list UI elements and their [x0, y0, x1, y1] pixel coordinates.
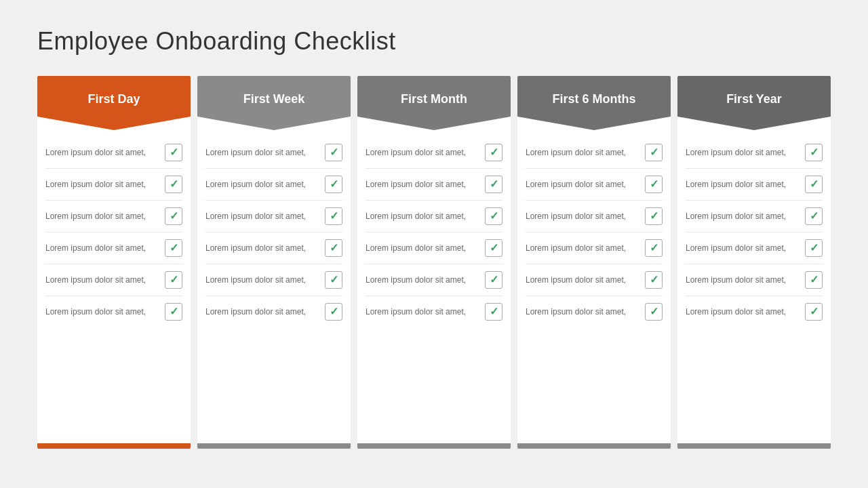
- checkbox[interactable]: ✓: [805, 303, 823, 321]
- item-text: Lorem ipsum dolor sit amet,: [686, 179, 800, 190]
- list-item: Lorem ipsum dolor sit amet,✓: [526, 169, 663, 201]
- checkbox[interactable]: ✓: [645, 303, 663, 321]
- item-text: Lorem ipsum dolor sit amet,: [686, 274, 800, 286]
- list-item: Lorem ipsum dolor sit amet,✓: [366, 137, 502, 169]
- checkbox[interactable]: ✓: [485, 176, 502, 193]
- checkbox[interactable]: ✓: [165, 144, 182, 161]
- checkbox[interactable]: ✓: [645, 207, 663, 225]
- checkmark-icon: ✓: [650, 306, 658, 317]
- checkbox[interactable]: ✓: [485, 303, 502, 321]
- item-text: Lorem ipsum dolor sit amet,: [366, 147, 479, 159]
- column-body-first-month: Lorem ipsum dolor sit amet,✓Lorem ipsum …: [357, 130, 511, 443]
- checkbox[interactable]: ✓: [485, 239, 502, 257]
- column-body-first-day: Lorem ipsum dolor sit amet,✓Lorem ipsum …: [37, 130, 191, 443]
- checkbox[interactable]: ✓: [165, 176, 182, 193]
- checkmark-icon: ✓: [810, 147, 818, 158]
- list-item: Lorem ipsum dolor sit amet,✓: [686, 232, 823, 264]
- item-text: Lorem ipsum dolor sit amet,: [45, 274, 159, 286]
- column-header-first-day: First Day: [37, 76, 191, 130]
- item-text: Lorem ipsum dolor sit amet,: [366, 179, 479, 190]
- page-title: Employee Onboarding Checklist: [37, 27, 831, 56]
- checkbox[interactable]: ✓: [165, 207, 182, 225]
- checkmark-icon: ✓: [650, 274, 658, 285]
- column-label-first-6-months: First 6 Months: [552, 92, 635, 114]
- checkbox[interactable]: ✓: [325, 207, 342, 225]
- checkmark-icon: ✓: [490, 306, 498, 317]
- list-item: Lorem ipsum dolor sit amet,✓: [366, 296, 502, 327]
- list-item: Lorem ipsum dolor sit amet,✓: [205, 296, 342, 327]
- checkmark-icon: ✓: [490, 147, 498, 158]
- checkmark-icon: ✓: [170, 274, 178, 285]
- list-item: Lorem ipsum dolor sit amet,✓: [205, 264, 342, 296]
- column-footer-first-year: [677, 443, 831, 449]
- item-text: Lorem ipsum dolor sit amet,: [366, 243, 479, 254]
- checkbox[interactable]: ✓: [325, 303, 342, 321]
- item-text: Lorem ipsum dolor sit amet,: [526, 274, 639, 286]
- list-item: Lorem ipsum dolor sit amet,✓: [45, 264, 182, 296]
- item-text: Lorem ipsum dolor sit amet,: [366, 306, 479, 318]
- list-item: Lorem ipsum dolor sit amet,✓: [45, 137, 182, 169]
- checkmark-icon: ✓: [650, 243, 658, 253]
- checkmark-icon: ✓: [330, 211, 338, 222]
- item-text: Lorem ipsum dolor sit amet,: [526, 306, 639, 318]
- item-text: Lorem ipsum dolor sit amet,: [205, 211, 319, 222]
- checkbox[interactable]: ✓: [325, 176, 342, 193]
- list-item: Lorem ipsum dolor sit amet,✓: [205, 169, 342, 201]
- checkmark-icon: ✓: [330, 179, 338, 190]
- item-text: Lorem ipsum dolor sit amet,: [366, 274, 479, 286]
- item-text: Lorem ipsum dolor sit amet,: [366, 211, 479, 222]
- checkbox[interactable]: ✓: [325, 271, 342, 289]
- checkbox[interactable]: ✓: [645, 271, 663, 289]
- checkbox[interactable]: ✓: [645, 176, 663, 193]
- checkbox[interactable]: ✓: [805, 144, 823, 161]
- checkbox[interactable]: ✓: [805, 239, 823, 257]
- checkbox[interactable]: ✓: [645, 144, 663, 161]
- item-text: Lorem ipsum dolor sit amet,: [686, 306, 800, 318]
- checkmark-icon: ✓: [330, 306, 338, 317]
- checkbox[interactable]: ✓: [325, 144, 342, 161]
- item-text: Lorem ipsum dolor sit amet,: [45, 179, 159, 190]
- checkbox[interactable]: ✓: [805, 271, 823, 289]
- checkbox[interactable]: ✓: [805, 207, 823, 225]
- checkbox[interactable]: ✓: [485, 144, 502, 161]
- checkbox[interactable]: ✓: [325, 239, 342, 257]
- item-text: Lorem ipsum dolor sit amet,: [526, 243, 639, 254]
- item-text: Lorem ipsum dolor sit amet,: [526, 179, 639, 190]
- checkbox[interactable]: ✓: [165, 239, 182, 257]
- item-text: Lorem ipsum dolor sit amet,: [45, 211, 159, 222]
- checkmark-icon: ✓: [810, 306, 818, 317]
- list-item: Lorem ipsum dolor sit amet,✓: [45, 201, 182, 232]
- list-item: Lorem ipsum dolor sit amet,✓: [526, 232, 663, 264]
- checkbox[interactable]: ✓: [645, 239, 663, 257]
- checkmark-icon: ✓: [170, 211, 178, 222]
- list-item: Lorem ipsum dolor sit amet,✓: [526, 137, 663, 169]
- checkbox[interactable]: ✓: [165, 303, 182, 321]
- checkmark-icon: ✓: [330, 147, 338, 158]
- column-first-week: First WeekLorem ipsum dolor sit amet,✓Lo…: [197, 76, 351, 449]
- column-header-first-6-months: First 6 Months: [517, 76, 671, 130]
- item-text: Lorem ipsum dolor sit amet,: [526, 211, 639, 222]
- item-text: Lorem ipsum dolor sit amet,: [686, 147, 800, 159]
- column-first-year: First YearLorem ipsum dolor sit amet,✓Lo…: [677, 76, 831, 449]
- checkmark-icon: ✓: [490, 274, 498, 285]
- list-item: Lorem ipsum dolor sit amet,✓: [686, 137, 823, 169]
- list-item: Lorem ipsum dolor sit amet,✓: [526, 264, 663, 296]
- checkbox[interactable]: ✓: [485, 271, 502, 289]
- list-item: Lorem ipsum dolor sit amet,✓: [366, 232, 502, 264]
- checkbox[interactable]: ✓: [485, 207, 502, 225]
- checkbox[interactable]: ✓: [165, 271, 182, 289]
- checkbox[interactable]: ✓: [805, 176, 823, 193]
- list-item: Lorem ipsum dolor sit amet,✓: [205, 137, 342, 169]
- column-label-first-year: First Year: [726, 92, 782, 114]
- list-item: Lorem ipsum dolor sit amet,✓: [686, 201, 823, 232]
- checkmark-icon: ✓: [170, 243, 178, 253]
- column-label-first-week: First Week: [243, 92, 305, 114]
- checkmark-icon: ✓: [810, 179, 818, 190]
- item-text: Lorem ipsum dolor sit amet,: [686, 243, 800, 254]
- checkmark-icon: ✓: [170, 306, 178, 317]
- item-text: Lorem ipsum dolor sit amet,: [205, 243, 319, 254]
- column-label-first-month: First Month: [401, 92, 467, 114]
- item-text: Lorem ipsum dolor sit amet,: [45, 243, 159, 254]
- column-footer-first-day: [37, 443, 191, 449]
- list-item: Lorem ipsum dolor sit amet,✓: [45, 169, 182, 201]
